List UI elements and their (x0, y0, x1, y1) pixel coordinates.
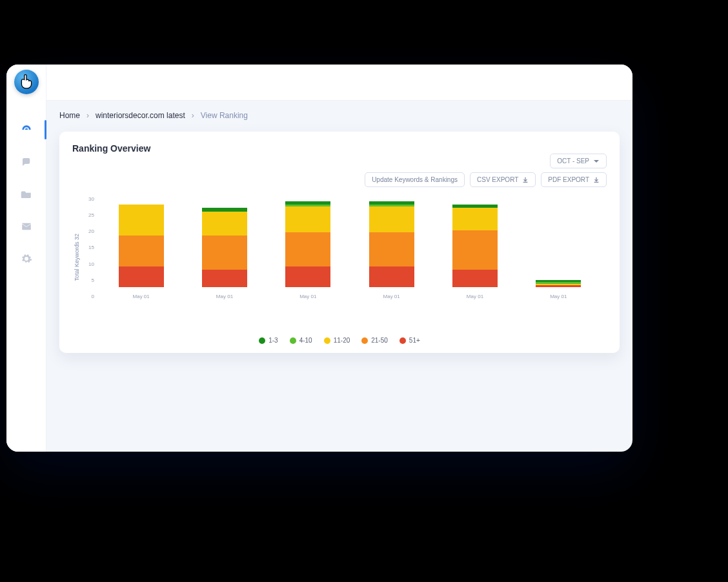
breadcrumb-project[interactable]: winteriorsdecor.com latest (96, 111, 185, 120)
bar-segment (119, 205, 164, 236)
y-tick: 15 (81, 245, 94, 250)
bar-segment (452, 208, 498, 230)
ranking-overview-card: Ranking Overview OCT - SEP Update Keywor… (59, 132, 620, 353)
bar-column: May 01 (202, 208, 247, 299)
sidebar-item-mail[interactable] (6, 210, 46, 243)
x-axis-label: May 01 (216, 294, 233, 299)
chevron-right-icon: › (192, 111, 194, 120)
bar-stack[interactable] (369, 201, 414, 287)
pointer-hand-icon (18, 74, 35, 90)
download-icon (593, 177, 600, 183)
bar-segment (202, 236, 247, 270)
chat-icon (21, 156, 32, 168)
y-tick: 20 (81, 228, 94, 234)
bar-column: May 01 (285, 201, 330, 299)
chevron-down-icon (593, 158, 600, 165)
sidebar-item-settings[interactable] (6, 243, 46, 275)
sidebar-item-folder[interactable] (6, 178, 46, 210)
y-tick: 5 (81, 277, 94, 283)
legend-swatch (361, 337, 368, 344)
bar-segment (369, 206, 414, 232)
legend-label: 1-3 (268, 337, 278, 344)
chart-legend: 1-34-1011-2021-5051+ (72, 337, 607, 344)
main-area: Home › winteriorsdecor.com latest › View… (46, 65, 632, 452)
bar-segment (285, 232, 330, 266)
bar-segment (369, 266, 414, 287)
legend-item[interactable]: 4-10 (290, 337, 312, 344)
pdf-export-button[interactable]: PDF EXPORT (541, 172, 607, 187)
x-axis-label: May 01 (299, 294, 316, 299)
chart-plot: 302520151050 May 01May 01May 01May 01May… (81, 196, 607, 319)
bar-column: May 01 (119, 205, 164, 299)
y-axis-label: Total Keywords 32 (72, 234, 81, 281)
bar-segment (285, 206, 330, 232)
y-tick: 30 (81, 196, 94, 202)
breadcrumb-current: View Ranking (201, 111, 248, 120)
bar-stack[interactable] (285, 201, 330, 287)
legend-item[interactable]: 1-3 (259, 337, 278, 344)
sidebar-item-dashboard[interactable] (6, 114, 46, 146)
legend-swatch (399, 337, 406, 344)
x-axis-label: May 01 (383, 294, 400, 299)
date-range-label: OCT - SEP (557, 157, 589, 165)
legend-label: 4-10 (299, 337, 312, 344)
breadcrumb: Home › winteriorsdecor.com latest › View… (46, 101, 632, 126)
x-axis-label: May 01 (133, 294, 150, 299)
update-keywords-button[interactable]: Update Keywords & Rankings (365, 172, 465, 187)
bar-segment (452, 230, 498, 270)
csv-export-label: CSV EXPORT (477, 176, 518, 183)
legend-swatch (290, 337, 296, 344)
x-axis-label: May 01 (467, 294, 483, 299)
y-tick: 10 (81, 261, 94, 267)
ranking-chart: Total Keywords 32 302520151050 May 01May… (72, 196, 607, 319)
bar-stack[interactable] (452, 205, 498, 287)
x-axis-label: May 01 (550, 294, 567, 299)
bar-column: May 01 (536, 280, 581, 299)
legend-swatch (259, 337, 265, 344)
gear-icon (21, 253, 32, 265)
dashboard-icon (21, 124, 32, 135)
bar-segment (536, 285, 581, 287)
legend-item[interactable]: 11-20 (324, 337, 350, 344)
chevron-right-icon: › (86, 111, 89, 120)
bar-segment (285, 266, 330, 287)
y-tick: 25 (81, 212, 94, 218)
legend-item[interactable]: 51+ (399, 337, 420, 344)
sidebar-item-chat[interactable] (6, 146, 46, 178)
bar-stack[interactable] (119, 205, 164, 287)
legend-item[interactable]: 21-50 (361, 337, 388, 344)
legend-label: 21-50 (371, 337, 388, 344)
bar-segment (369, 232, 414, 266)
bars-row: May 01May 01May 01May 01May 01May 01 (99, 196, 600, 299)
app-window: Home › winteriorsdecor.com latest › View… (6, 65, 632, 452)
breadcrumb-home[interactable]: Home (59, 111, 80, 120)
card-title: Ranking Overview (72, 143, 607, 154)
bar-segment (452, 270, 498, 287)
sidebar (6, 65, 46, 452)
bar-segment (202, 212, 247, 236)
topbar (46, 65, 632, 101)
pdf-export-label: PDF EXPORT (548, 176, 589, 183)
bar-column: May 01 (369, 201, 414, 299)
bar-column: May 01 (452, 205, 498, 299)
csv-export-button[interactable]: CSV EXPORT (470, 172, 536, 187)
bar-segment (202, 270, 247, 287)
update-keywords-label: Update Keywords & Rankings (372, 176, 458, 183)
legend-label: 51+ (409, 337, 420, 344)
download-icon (522, 177, 529, 183)
bar-stack[interactable] (202, 208, 247, 287)
folder-icon (21, 188, 32, 200)
bar-segment (119, 236, 164, 266)
y-axis-ticks: 302520151050 (81, 196, 97, 299)
app-logo[interactable] (14, 70, 39, 94)
legend-swatch (324, 337, 330, 344)
bar-segment (119, 266, 164, 287)
date-range-selector[interactable]: OCT - SEP (550, 154, 607, 168)
bar-stack[interactable] (536, 280, 581, 287)
y-tick: 0 (81, 294, 94, 299)
mail-icon (21, 221, 32, 232)
legend-label: 11-20 (334, 337, 350, 344)
